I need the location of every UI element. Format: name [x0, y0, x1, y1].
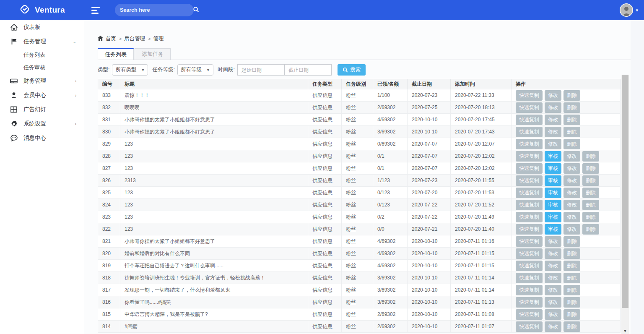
breadcrumb-item[interactable]: 首页	[106, 35, 116, 42]
sidebar-item[interactable]: 系统设置›	[0, 117, 84, 131]
action-button[interactable]: 快速复制	[516, 236, 543, 247]
scrollbar-thumb[interactable]	[622, 75, 628, 308]
action-button[interactable]: 快速复制	[516, 212, 543, 222]
scrollbar-down-arrow-icon[interactable]: ▼	[621, 329, 629, 333]
action-button[interactable]: 修改	[545, 321, 561, 332]
action-button[interactable]: 修改	[545, 90, 561, 101]
review-button[interactable]: 审核	[545, 200, 561, 210]
action-button[interactable]: 快速复制	[516, 273, 543, 283]
table-scrollbar[interactable]: ▼	[621, 75, 629, 334]
row-deadline: 2020-07-07	[408, 162, 451, 175]
action-button[interactable]: 快速复制	[516, 261, 543, 271]
action-button[interactable]: 修改	[545, 297, 561, 308]
action-button[interactable]: 快速复制	[516, 115, 543, 125]
sidebar-item[interactable]: 任务管理⌄	[0, 34, 84, 49]
action-button[interactable]: 删除	[564, 102, 580, 113]
sidebar-item[interactable]: 会员中心›	[0, 88, 84, 102]
action-button[interactable]: 删除	[564, 273, 580, 283]
brand[interactable]: Ventura	[0, 3, 84, 17]
review-button[interactable]: 审核	[545, 151, 561, 162]
sidebar-item[interactable]: 财务管理›	[0, 74, 84, 88]
action-button[interactable]: 删除	[564, 248, 580, 259]
action-button[interactable]: 修改	[545, 115, 561, 125]
action-button[interactable]: 删除	[564, 309, 580, 320]
review-button[interactable]: 审核	[545, 224, 561, 235]
action-button[interactable]: 修改	[564, 200, 580, 210]
breadcrumb-item[interactable]: 后台管理	[124, 35, 145, 42]
action-button[interactable]: 快速复制	[516, 309, 543, 320]
sidebar-item[interactable]: 消息中心	[0, 131, 84, 145]
action-button[interactable]: 删除	[582, 151, 599, 162]
action-button[interactable]: 删除	[582, 224, 599, 235]
action-button[interactable]: 修改	[545, 309, 561, 320]
action-button[interactable]: 修改	[564, 224, 580, 235]
review-button[interactable]: 审核	[545, 212, 561, 222]
review-button[interactable]: 审核	[545, 175, 561, 186]
sidebar-toggle-icon[interactable]	[91, 4, 106, 16]
end-date-input[interactable]	[284, 64, 332, 76]
tab-inactive[interactable]: 添加任务	[135, 48, 171, 60]
action-button[interactable]: 修改	[545, 261, 561, 271]
action-button[interactable]: 修改	[545, 139, 561, 149]
type-filter-select[interactable]: 所有类型 ▼	[112, 64, 148, 76]
level-filter-select[interactable]: 所有等级 ▼	[177, 64, 213, 76]
action-button[interactable]: 快速复制	[516, 200, 543, 210]
action-button[interactable]: 删除	[582, 200, 599, 210]
action-button[interactable]: 删除	[582, 212, 599, 222]
action-button[interactable]: 删除	[564, 90, 580, 101]
action-button[interactable]: 快速复制	[516, 175, 543, 186]
action-button[interactable]: 修改	[564, 188, 580, 198]
action-button[interactable]: 快速复制	[516, 248, 543, 259]
search-button[interactable]: 搜索	[338, 64, 366, 76]
action-button[interactable]: 快速复制	[516, 127, 543, 137]
action-button[interactable]: 删除	[564, 236, 580, 247]
tab-active[interactable]: 任务列表	[98, 48, 134, 60]
breadcrumb-item[interactable]: 管理	[153, 35, 164, 42]
user-menu-chevron-icon[interactable]: ▾	[636, 8, 638, 13]
action-button[interactable]: 修改	[545, 127, 561, 137]
sidebar-subitem[interactable]: 任务列表	[0, 49, 84, 61]
action-button[interactable]: 修改	[545, 236, 561, 247]
search-icon[interactable]	[193, 6, 199, 14]
action-button[interactable]: 快速复制	[516, 297, 543, 308]
sidebar-item[interactable]: 广告幻灯	[0, 102, 84, 117]
action-button[interactable]: 快速复制	[516, 163, 543, 174]
action-button[interactable]: 删除	[564, 261, 580, 271]
review-button[interactable]: 审核	[545, 163, 561, 174]
action-button[interactable]: 删除	[564, 297, 580, 308]
action-button[interactable]: 快速复制	[516, 90, 543, 101]
action-button[interactable]: 删除	[564, 139, 580, 149]
sidebar-item[interactable]: 仪表板	[0, 20, 84, 34]
global-search[interactable]	[115, 4, 194, 16]
action-button[interactable]: 修改	[564, 212, 580, 222]
action-button[interactable]: 删除	[564, 321, 580, 332]
action-button[interactable]: 删除	[582, 188, 599, 198]
action-button[interactable]: 删除	[582, 163, 599, 174]
action-button[interactable]: 修改	[545, 102, 561, 113]
action-button[interactable]: 删除	[564, 127, 580, 137]
action-button[interactable]: 快速复制	[516, 285, 543, 295]
action-button[interactable]: 删除	[564, 115, 580, 125]
row-quota: 0/1	[373, 150, 408, 162]
action-button[interactable]: 快速复制	[516, 102, 543, 113]
start-date-input[interactable]	[237, 64, 285, 76]
action-button[interactable]: 快速复制	[516, 188, 543, 198]
action-button[interactable]: 修改	[564, 175, 580, 186]
row-actions: 快速复制修改删除	[512, 89, 621, 102]
user-avatar[interactable]	[620, 3, 633, 17]
action-button[interactable]: 修改	[545, 273, 561, 283]
action-button[interactable]: 删除	[582, 175, 599, 186]
action-button[interactable]: 修改	[564, 151, 580, 162]
sidebar-subitem[interactable]: 任务审核	[0, 61, 84, 74]
row-quota: 4/69302	[373, 114, 408, 126]
search-input[interactable]	[120, 7, 193, 13]
action-button[interactable]: 删除	[564, 285, 580, 295]
action-button[interactable]: 修改	[545, 248, 561, 259]
action-button[interactable]: 快速复制	[516, 151, 543, 162]
review-button[interactable]: 审核	[545, 188, 561, 198]
action-button[interactable]: 修改	[564, 163, 580, 174]
action-button[interactable]: 快速复制	[516, 224, 543, 235]
action-button[interactable]: 快速复制	[516, 139, 543, 149]
action-button[interactable]: 快速复制	[516, 321, 543, 332]
action-button[interactable]: 修改	[545, 285, 561, 295]
